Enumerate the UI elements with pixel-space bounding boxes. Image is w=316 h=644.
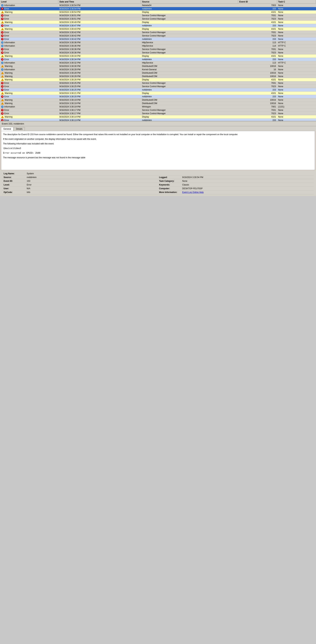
table-row[interactable]: ✕Error9/16/2024 3:30:42 PMService Contro… [0,34,316,38]
prop-label-keywords: Keywords: [158,183,181,187]
cell-eventid: 4101 [238,10,277,14]
prop-value-opcode: Info [26,190,158,194]
tab-details[interactable]: Details [14,127,25,131]
cell-level: Warning [0,102,58,105]
cell-datetime: 9/16/2024 3:30:54 PM [58,10,141,14]
cell-source: Service Control Manager [141,34,238,38]
table-row[interactable]: ✕Error9/16/2024 3:30:42 PMService Contro… [0,31,316,34]
table-row[interactable]: ✕Error9/16/2024 3:30:25 PMService Contro… [0,82,316,85]
table-row[interactable]: ✕Error9/16/2024 3:30:47 PMnvlddmkm153Non… [0,24,316,28]
error-icon: ✕ [1,8,4,10]
table-row[interactable]: ✕Error9/16/2024 3:30:42 PMnvlddmkm153Non… [0,38,316,41]
cell-task: None [277,24,316,28]
table-row[interactable]: ✕Error9/16/2024 3:30:17 PMService Contro… [0,108,316,112]
cell-level: ✕Error [0,24,58,28]
table-row[interactable]: iInformation9/16/2024 3:30:19 PMWinlogon… [0,105,316,108]
cell-datetime: 9/16/2024 3:30:25 PM [58,85,141,88]
cell-eventid: 7031 [238,14,277,17]
col-datetime: Date and Time [58,0,141,4]
table-row[interactable]: ✕Error9/16/2024 3:30:36 PMService Contro… [0,48,316,51]
prop-value-logged: 9/16/2024 3:30:54 PM [181,176,313,179]
cell-datetime: 9/16/2024 3:30:14 PM [58,115,141,119]
table-row[interactable]: Warning9/16/2024 3:30:28 PMDistributedCO… [0,75,316,78]
table-row[interactable]: iInformation9/16/2024 3:30:54 PMNetwtw04… [0,4,316,7]
error-icon: ✕ [1,14,4,17]
cell-source: Display [141,21,238,24]
table-row[interactable]: Warning9/16/2024 3:30:54 PMDisplay4101No… [0,10,316,14]
cell-level: ✕Error [0,7,58,10]
cell-datetime: 9/16/2024 3:30:17 PM [58,108,141,112]
prop-label-opcode: OpCode: [3,190,26,194]
cell-eventid: 153 [238,58,277,61]
cell-source: Display [141,10,238,14]
level-label: Error [4,34,9,37]
error-icon: ✕ [1,24,4,27]
cell-task: None [277,21,316,24]
cell-level: ✕Error [0,38,58,41]
cell-task: None [277,98,316,102]
table-row[interactable]: iInformation9/16/2024 3:30:32 PMHttpServ… [0,61,316,64]
table-row[interactable]: Warning9/16/2024 3:30:43 PMDisplay4101No… [0,28,316,31]
table-row[interactable]: iInformation9/16/2024 3:30:28 PMKernel-G… [0,68,316,71]
table-row[interactable]: ✕Error9/16/2024 3:30:17 PMService Contro… [0,112,316,115]
cell-task: None [277,68,316,71]
tab-general[interactable]: General [1,127,13,131]
table-row[interactable]: iInformation9/16/2024 3:30:36 PMHttpServ… [0,41,316,44]
cell-eventid: 4101 [238,21,277,24]
cell-eventid: 7031 [238,31,277,34]
cell-eventid: 10016 [238,102,277,105]
table-row[interactable]: ✕Error9/16/2024 3:30:51 PMService Contro… [0,17,316,21]
table-row[interactable]: ✕Error9/16/2024 3:30:25 PMnvlddmkm153Non… [0,88,316,92]
table-row[interactable]: Warning9/16/2024 3:30:30 PMDistributedCO… [0,64,316,68]
level-label: Error [4,58,9,61]
cell-eventid: 4101 [238,92,277,95]
level-label: Error [4,119,9,121]
level-label: Warning [5,65,13,68]
table-row[interactable]: Warning9/16/2024 3:30:49 PMDisplay4101No… [0,21,316,24]
event-table-scroll[interactable]: Level Date and Time Source Event ID Task… [0,0,316,121]
level-label: Warning [5,28,13,30]
table-row[interactable]: Warning9/16/2024 3:30:19 PMDistributedCO… [0,98,316,102]
prop-row-user: User: N/A Computer: DESKTOP-FEU70SP [3,187,313,190]
cell-datetime: 9/16/2024 3:30:19 PM [58,102,141,105]
cell-eventid: 153 [238,24,277,28]
warning-icon [1,102,4,104]
cell-datetime: 9/16/2024 3:30:36 PM [58,48,141,51]
cell-task: None [277,85,316,88]
cell-source: HttpService [141,61,238,64]
cell-level: Warning [0,54,58,58]
cell-level: iInformation [0,68,58,71]
cell-level: iInformation [0,44,58,48]
level-label: Error [4,88,9,91]
cell-datetime: 9/16/2024 3:30:25 PM [58,88,141,92]
cell-eventid: 153 [238,7,277,10]
info-icon: i [1,62,4,64]
table-row[interactable]: Warning9/16/2024 3:30:26 PMDisplay4101No… [0,78,316,82]
cell-eventid: 16 [238,68,277,71]
table-row[interactable]: Warning9/16/2024 3:30:28 PMDistributedCO… [0,71,316,75]
table-row[interactable]: ✕Error9/16/2024 3:30:13 PMnvlddmkm153Non… [0,119,316,121]
cell-source: DistributedCOM [141,102,238,105]
cell-level: Warning [0,10,58,14]
cell-source: nvlddmkm [141,38,238,41]
cell-task: None [277,51,316,54]
event-log-online-help-link[interactable]: Event Log Online Help [182,191,204,194]
cell-datetime: 9/16/2024 3:30:47 PM [58,24,141,28]
table-row[interactable]: Warning9/16/2024 3:30:21 PMDisplay4101No… [0,92,316,95]
table-row[interactable]: ✕Error9/16/2024 3:30:54 PMnvlddmkm153Non… [0,7,316,10]
table-row[interactable]: Warning9/16/2024 3:30:14 PMDisplay4101No… [0,115,316,119]
table-row[interactable]: ✕Error9/16/2024 3:30:25 PMService Contro… [0,85,316,88]
table-row[interactable]: Warning9/16/2024 3:30:19 PMDistributedCO… [0,102,316,105]
table-row[interactable]: ✕Error9/16/2024 3:30:51 PMService Contro… [0,14,316,17]
cell-source: nvlddmkm [141,95,238,98]
table-row[interactable]: iInformation9/16/2024 3:30:36 PMHttpServ… [0,44,316,48]
table-row[interactable]: ✕Error9/16/2024 3:30:34 PMnvlddmkm153Non… [0,58,316,61]
error-icon: ✕ [1,119,4,121]
prop-label-taskcategory: Task Category: [158,179,181,183]
cell-source: DistributedCOM [141,71,238,75]
event-table: Level Date and Time Source Event ID Task… [0,0,316,121]
table-row[interactable]: Warning9/16/2024 3:30:34 PMDisplay4101No… [0,54,316,58]
table-row[interactable]: ✕Error9/16/2024 3:30:20 PMnvlddmkm153Non… [0,95,316,98]
cell-task: None [277,10,316,14]
table-row[interactable]: ✕Error9/16/2024 3:30:36 PMService Contro… [0,51,316,54]
